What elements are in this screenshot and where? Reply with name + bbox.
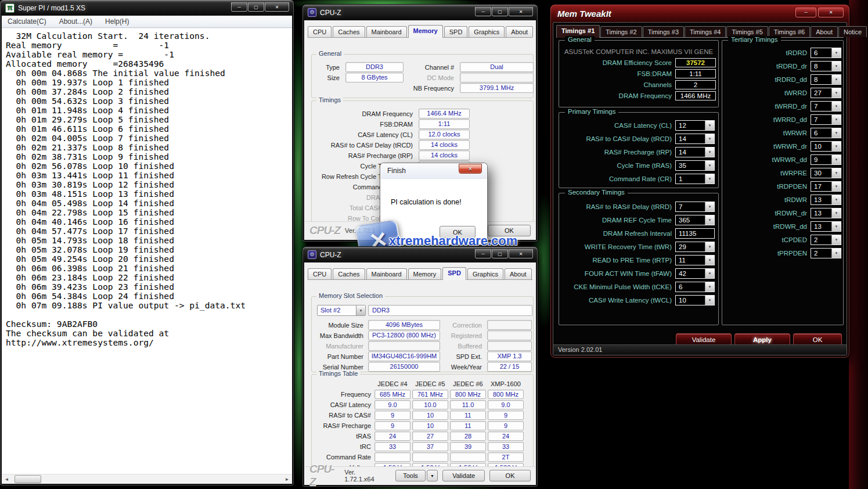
tab-caches[interactable]: Caches xyxy=(333,268,365,279)
chevron-down-icon[interactable]: ▼ xyxy=(705,174,714,184)
chevron-down-icon[interactable]: ▼ xyxy=(831,195,841,204)
timing-dropdown[interactable]: 13▼ xyxy=(811,221,841,232)
tab-graphics[interactable]: Graphics xyxy=(467,268,503,279)
timing-dropdown[interactable]: 8▼ xyxy=(811,61,841,71)
timing-dropdown[interactable]: 35▼ xyxy=(675,160,715,171)
tab-caches[interactable]: Caches xyxy=(333,26,365,37)
chevron-down-icon[interactable]: ▼ xyxy=(831,88,841,98)
timing-dropdown[interactable]: 14▼ xyxy=(675,134,715,144)
chevron-down-icon[interactable]: ▼ xyxy=(831,62,841,71)
chevron-down-icon[interactable]: ▼ xyxy=(831,208,841,218)
chevron-down-icon[interactable]: ▼ xyxy=(831,102,841,111)
timing-dropdown[interactable]: 14▼ xyxy=(675,147,715,157)
tab-cpu[interactable]: CPU xyxy=(308,268,332,279)
tab-mainboard[interactable]: Mainboard xyxy=(366,26,407,37)
chevron-down-icon[interactable]: ▼ xyxy=(705,215,714,225)
close-button[interactable]: ✕ xyxy=(509,7,533,16)
slot-select[interactable]: Slot #2 ▼ xyxy=(317,305,366,316)
timing-dropdown[interactable]: 11135 xyxy=(675,228,715,239)
timing-dropdown[interactable]: 6▼ xyxy=(811,128,841,138)
chevron-down-icon[interactable]: ▼ xyxy=(831,222,841,231)
chevron-down-icon[interactable]: ▼ xyxy=(831,249,841,258)
close-button[interactable]: ✕ xyxy=(459,164,482,174)
chevron-down-icon[interactable]: ▼ xyxy=(831,168,841,178)
minimize-button[interactable]: ─ xyxy=(795,8,816,17)
tab-mainboard[interactable]: Mainboard xyxy=(366,268,407,279)
timing-dropdown[interactable]: 17▼ xyxy=(811,181,841,192)
chevron-down-icon[interactable]: ▼ xyxy=(831,142,841,151)
timing-dropdown[interactable]: 12▼ xyxy=(675,120,715,131)
chevron-down-icon[interactable]: ▼ xyxy=(831,155,841,164)
tab-notice[interactable]: Notice xyxy=(838,26,867,37)
chevron-down-icon[interactable]: ▼ xyxy=(705,296,714,305)
chevron-down-icon[interactable]: ▼ xyxy=(831,128,841,138)
tools-button[interactable]: Tools xyxy=(395,470,425,481)
timing-dropdown[interactable]: 30▼ xyxy=(811,168,841,178)
tab-graphics[interactable]: Graphics xyxy=(469,26,505,37)
chevron-down-icon[interactable]: ▼ xyxy=(356,305,365,315)
tab-about[interactable]: About xyxy=(811,26,838,37)
menu-item-2[interactable]: Help(H) xyxy=(105,17,129,26)
tab-cpu[interactable]: CPU xyxy=(308,26,332,37)
tab-about[interactable]: About xyxy=(506,26,533,37)
tab-timings-2[interactable]: Timings #2 xyxy=(600,26,642,37)
timing-dropdown[interactable]: 365▼ xyxy=(675,215,715,225)
chevron-down-icon[interactable]: ▼ xyxy=(705,282,714,292)
chevron-down-icon[interactable]: ▼ xyxy=(705,134,714,143)
chevron-down-icon[interactable]: ▼ xyxy=(831,182,841,191)
tab-spd[interactable]: SPD xyxy=(442,267,466,280)
close-button[interactable]: ✕ xyxy=(265,2,289,12)
maximize-button[interactable]: ▢ xyxy=(492,7,508,16)
tab-memory[interactable]: Memory xyxy=(408,25,443,38)
maximize-button[interactable]: ▢ xyxy=(492,249,508,258)
timing-dropdown[interactable]: 7▼ xyxy=(811,101,841,112)
menu-item-0[interactable]: Calculate(C) xyxy=(8,17,46,26)
scroll-left-icon[interactable]: ◄ xyxy=(2,474,12,484)
chevron-down-icon[interactable]: ▼ xyxy=(705,121,714,130)
timing-dropdown[interactable]: 11▼ xyxy=(675,255,715,265)
timing-dropdown[interactable]: 6▼ xyxy=(811,48,841,58)
timing-dropdown[interactable]: 7▼ xyxy=(675,202,715,212)
tab-timings-3[interactable]: Timings #3 xyxy=(643,26,684,37)
scroll-right-icon[interactable]: ► xyxy=(282,474,292,484)
timing-dropdown[interactable]: 13▼ xyxy=(811,195,841,205)
close-button[interactable]: ✕ xyxy=(818,8,844,17)
validate-button[interactable]: Validate xyxy=(442,470,485,481)
minimize-button[interactable]: ─ xyxy=(475,7,491,16)
timing-dropdown[interactable]: 13▼ xyxy=(811,208,841,218)
maximize-button[interactable]: ▢ xyxy=(248,2,264,12)
chevron-down-icon[interactable]: ▼ xyxy=(705,256,714,265)
timing-dropdown[interactable]: 1▼ xyxy=(675,174,715,184)
tab-memory[interactable]: Memory xyxy=(408,268,442,279)
timing-dropdown[interactable]: 10▼ xyxy=(675,295,715,305)
chevron-down-icon[interactable]: ▼ xyxy=(831,75,841,84)
timing-dropdown[interactable]: 10▼ xyxy=(811,141,841,152)
chevron-down-icon[interactable]: ▼ xyxy=(831,48,841,57)
scrollbar-thumb[interactable] xyxy=(15,475,41,483)
chevron-down-icon[interactable]: ▼ xyxy=(705,269,714,278)
timing-dropdown[interactable]: 2▼ xyxy=(811,235,841,245)
tab-timings-4[interactable]: Timings #4 xyxy=(685,26,726,37)
timing-dropdown[interactable]: 2▼ xyxy=(811,248,841,258)
timing-dropdown[interactable]: 9▼ xyxy=(811,154,841,165)
timing-dropdown[interactable]: 8▼ xyxy=(811,74,841,85)
minimize-button[interactable]: ─ xyxy=(475,249,491,258)
timing-dropdown[interactable]: 42▼ xyxy=(675,268,715,279)
chevron-down-icon[interactable]: ▼ xyxy=(831,235,841,245)
ok-button[interactable]: OK xyxy=(489,470,531,481)
timing-dropdown[interactable]: 27▼ xyxy=(811,88,841,98)
tab-spd[interactable]: SPD xyxy=(444,26,468,37)
timing-dropdown[interactable]: 7▼ xyxy=(811,114,841,125)
tab-about[interactable]: About xyxy=(505,268,532,279)
close-button[interactable]: ✕ xyxy=(509,249,533,258)
chevron-down-icon[interactable]: ▼ xyxy=(831,115,841,124)
chevron-down-icon[interactable]: ▼ xyxy=(705,161,714,170)
timing-dropdown[interactable]: 6▼ xyxy=(675,282,715,292)
horizontal-scrollbar[interactable]: ◄ ► xyxy=(2,474,292,484)
chevron-down-icon[interactable]: ▼ xyxy=(705,202,714,211)
chevron-down-icon[interactable]: ▼ xyxy=(705,242,714,251)
menu-item-1[interactable]: About...(A) xyxy=(59,17,92,26)
minimize-button[interactable]: ─ xyxy=(231,2,247,12)
chevron-down-icon[interactable]: ▼ xyxy=(705,148,714,157)
tools-dropdown-icon[interactable]: ▼ xyxy=(427,470,438,481)
